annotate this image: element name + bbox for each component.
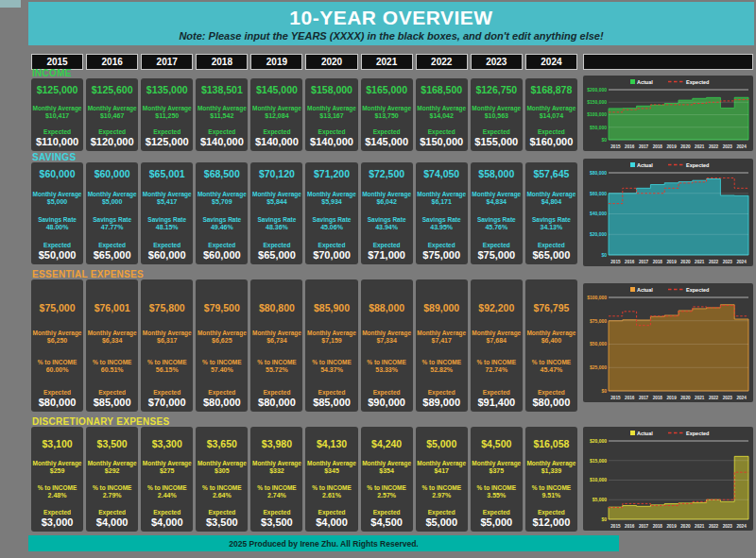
year-input-2023[interactable]: 2023 xyxy=(471,54,523,70)
rate-label: % to INCOME xyxy=(93,359,132,365)
expected-label: Expected xyxy=(94,242,131,248)
rate-group: Savings Rate43.95% xyxy=(422,216,461,230)
x-tick-label: 2016 xyxy=(625,144,635,149)
monthly-average-label: Monthly Average xyxy=(417,330,466,336)
year-input-2016[interactable]: 2016 xyxy=(86,54,138,70)
expected-group: Expected$90,000 xyxy=(368,389,405,408)
rate-label: % to INCOME xyxy=(312,359,352,365)
expected-group: Expected$65,000 xyxy=(94,242,131,261)
savings-total-value: $72,500 xyxy=(369,168,404,179)
rate-label: % to INCOME xyxy=(38,484,77,491)
monthly-average-group: Monthly Average$354 xyxy=(362,460,411,474)
year-input-2022[interactable]: 2022 xyxy=(416,54,468,70)
monthly-average-group: Monthly Average$345 xyxy=(307,460,356,474)
monthly-average-value: $417 xyxy=(417,467,466,474)
rate-group: % to INCOME52.82% xyxy=(421,359,461,373)
year-input-2018[interactable]: 2018 xyxy=(196,54,248,70)
rate-label: % to INCOME xyxy=(421,359,461,365)
rate-group: Savings Rate48.36% xyxy=(258,216,297,230)
expected-group: Expected$91,400 xyxy=(477,389,515,408)
expected-group: Expected$125,000 xyxy=(146,128,189,147)
monthly-average-group: Monthly Average$7,684 xyxy=(472,330,521,344)
monthly-average-value: $10,467 xyxy=(88,112,137,119)
expected-group: Expected$3,000 xyxy=(42,509,74,528)
monthly-average-value: $6,171 xyxy=(417,198,466,205)
income-cards-row: $125,000Monthly Average$10,417Expected$1… xyxy=(31,78,577,151)
savings-total-value: $68,500 xyxy=(204,168,240,179)
x-tick-label: 2021 xyxy=(695,524,705,529)
monthly-average-group: Monthly Average$5,417 xyxy=(143,191,192,205)
expected-label: Expected xyxy=(420,128,463,135)
expected-value: $110,000 xyxy=(36,136,78,147)
expected-group: Expected$71,000 xyxy=(368,242,405,261)
rate-label: Savings Rate xyxy=(477,216,516,223)
savings-total-value: $65,001 xyxy=(149,168,185,179)
expected-label: Expected xyxy=(422,242,460,248)
essential-total-value: $75,000 xyxy=(40,302,76,313)
monthly-average-value: $375 xyxy=(472,467,521,474)
expected-value: $80,000 xyxy=(39,397,77,408)
x-tick-label: 2019 xyxy=(666,144,677,149)
expected-group: Expected$140,000 xyxy=(200,128,244,147)
expected-group: Expected$5,000 xyxy=(480,509,512,528)
monthly-average-label: Monthly Average xyxy=(198,330,247,336)
monthly-average-value: $5,000 xyxy=(88,198,137,205)
y-tick-label: $60,000 xyxy=(590,191,607,196)
rate-value: 2.57% xyxy=(367,492,406,499)
monthly-average-value: $4,804 xyxy=(526,198,576,205)
y-tick-label: $20,000 xyxy=(590,438,607,444)
rate-value: 2.79% xyxy=(93,492,132,499)
expected-group: Expected$65,000 xyxy=(533,242,571,261)
monthly-average-group: Monthly Average$6,625 xyxy=(198,330,247,344)
x-tick-label: 2016 xyxy=(625,396,635,400)
expected-value: $85,000 xyxy=(94,397,131,408)
year-input-2021[interactable]: 2021 xyxy=(361,54,413,70)
monthly-average-label: Monthly Average xyxy=(88,460,137,466)
savings-total-value: $74,050 xyxy=(423,168,459,179)
year-input-2019[interactable]: 2019 xyxy=(250,54,302,70)
expected-group: Expected$70,000 xyxy=(313,242,351,261)
monthly-average-label: Monthly Average xyxy=(252,191,301,197)
expected-group: Expected$60,000 xyxy=(203,242,241,261)
section-label-income: INCOME xyxy=(32,68,72,78)
savings-total-value: $58,000 xyxy=(478,168,514,179)
rate-label: Savings Rate xyxy=(38,216,77,223)
expected-label: Expected xyxy=(425,509,457,516)
rate-group: % to INCOME2.79% xyxy=(93,484,132,499)
savings-total-value: $57,645 xyxy=(533,168,569,179)
expected-label: Expected xyxy=(422,389,460,396)
legend-actual-swatch xyxy=(630,162,635,167)
y-tick-label: $25,000 xyxy=(590,364,607,370)
rate-group: % to INCOME60.51% xyxy=(93,359,132,373)
year-input-2017[interactable]: 2017 xyxy=(141,54,193,70)
rate-label: % to INCOME xyxy=(147,484,187,491)
rate-label: % to INCOME xyxy=(202,359,242,365)
y-tick-label: $75,000 xyxy=(590,318,607,324)
rate-group: Savings Rate45.76% xyxy=(477,216,516,230)
rate-group: Savings Rate49.46% xyxy=(202,216,241,230)
monthly-average-value: $12,084 xyxy=(252,112,301,119)
income-total-value: $125,000 xyxy=(37,84,78,95)
expected-label: Expected xyxy=(310,128,353,135)
rate-value: 2.48% xyxy=(38,492,77,499)
expected-value: $3,500 xyxy=(206,516,238,528)
x-tick-label: 2018 xyxy=(653,260,663,264)
footer-bar: 2025 Produced by Irene Zhu. All Rights R… xyxy=(28,535,619,551)
y-tick-label: $100,000 xyxy=(587,295,607,300)
expected-group: Expected$110,000 xyxy=(36,128,78,147)
rate-group: % to INCOME2.44% xyxy=(147,484,187,499)
spreadsheet-corner-cell xyxy=(0,0,21,8)
year-input-2024[interactable]: 2024 xyxy=(525,54,577,70)
x-tick-label: 2022 xyxy=(709,524,719,529)
x-tick-label: 2021 xyxy=(695,144,705,149)
expected-label: Expected xyxy=(316,509,348,516)
monthly-average-value: $305 xyxy=(198,467,247,474)
rate-group: % to INCOME2.57% xyxy=(367,484,406,499)
discretionary-total-value: $16,058 xyxy=(533,438,569,449)
year-input-2020[interactable]: 2020 xyxy=(305,54,357,70)
expected-group: Expected$145,000 xyxy=(365,128,408,147)
monthly-average-group: Monthly Average$5,000 xyxy=(33,191,82,205)
expected-value: $4,000 xyxy=(316,516,348,528)
monthly-average-label: Monthly Average xyxy=(362,105,411,111)
monthly-average-label: Monthly Average xyxy=(307,105,356,111)
